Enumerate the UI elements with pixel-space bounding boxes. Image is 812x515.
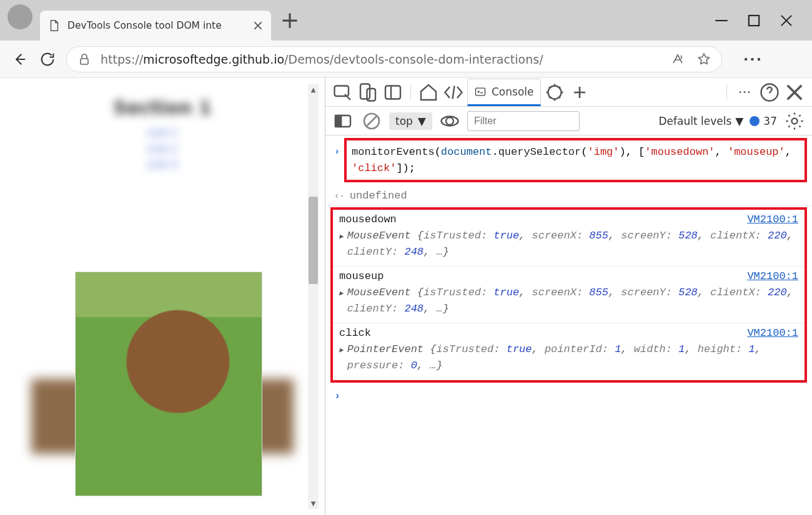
console-input-highlight: monitorEvents(document.querySelector('im… — [344, 138, 807, 182]
console-tab[interactable]: Console — [467, 79, 541, 106]
page-heading: Section 1 — [31, 97, 294, 119]
issues-counter[interactable]: 37 — [750, 115, 777, 127]
page-scrollbar[interactable]: ▲ ▼ — [308, 84, 319, 509]
browser-menu-button[interactable]: ··· — [740, 51, 766, 67]
svg-rect-10 — [335, 115, 341, 127]
address-bar[interactable]: https://microsoftedge.github.io/Demos/de… — [66, 46, 722, 72]
event-name: mouseup — [339, 270, 384, 282]
help-icon[interactable] — [758, 81, 781, 104]
filter-input[interactable] — [467, 111, 580, 131]
console-event-row: mousedown VM2100:1 ▶ MouseEvent {isTrust… — [333, 210, 805, 267]
svg-rect-3 — [360, 84, 370, 99]
console-toolbar: top ▼ Default levels ▼ 37 — [325, 107, 812, 135]
window-controls — [713, 12, 812, 29]
svg-rect-0 — [749, 15, 759, 25]
close-window-button[interactable] — [778, 12, 795, 29]
page-links: Link 1 Link 2 Link 3 — [31, 125, 294, 173]
return-value: undefined — [350, 190, 407, 202]
console-event-row: mouseup VM2100:1 ▶ MouseEvent {isTrusted… — [333, 267, 805, 323]
close-tab-button[interactable] — [252, 20, 264, 31]
device-toolbar-icon[interactable] — [357, 81, 379, 104]
profile-avatar[interactable] — [7, 4, 32, 29]
prompt-caret-icon: › — [334, 147, 340, 157]
svg-rect-2 — [335, 86, 349, 96]
devtools-tabbar: Console ··· — [325, 78, 812, 107]
issues-tab-icon[interactable] — [543, 81, 566, 104]
context-selector[interactable]: top ▼ — [389, 112, 432, 130]
expand-triangle-icon[interactable]: ▶ — [339, 288, 344, 299]
svg-point-12 — [446, 117, 453, 125]
lock-icon — [77, 52, 92, 67]
chevron-down-icon: ▼ — [735, 115, 743, 127]
console-input-code: monitorEvents(document.querySelector('im… — [352, 146, 791, 174]
welcome-tab-icon[interactable] — [417, 81, 440, 104]
url-text: https://microsoftedge.github.io/Demos/de… — [101, 52, 661, 66]
event-name: click — [339, 327, 371, 339]
devtools-menu-button[interactable]: ··· — [733, 81, 756, 104]
console-output: › monitorEvents(document.querySelector('… — [325, 135, 812, 515]
issue-dot-icon — [750, 116, 760, 126]
svg-point-13 — [792, 118, 798, 124]
console-tab-label: Console — [492, 86, 534, 98]
event-name: mousedown — [339, 213, 397, 225]
context-label: top — [395, 115, 413, 127]
console-return-row: ‹· undefined — [325, 186, 812, 206]
event-preview[interactable]: PointerEvent {isTrusted: true, pointerId… — [347, 341, 798, 373]
browser-tab[interactable]: DevTools Console tool DOM inte — [40, 11, 271, 41]
console-events-highlight: mousedown VM2100:1 ▶ MouseEvent {isTrust… — [330, 207, 807, 383]
new-tab-button[interactable] — [277, 8, 302, 33]
expand-triangle-icon[interactable]: ▶ — [339, 345, 344, 356]
back-button[interactable] — [11, 51, 29, 68]
scroll-thumb[interactable] — [309, 197, 318, 284]
event-preview[interactable]: MouseEvent {isTrusted: true, screenX: 85… — [347, 285, 798, 316]
event-source-link[interactable]: VM2100:1 — [747, 213, 798, 225]
svg-rect-1 — [81, 59, 88, 64]
page-viewport: Section 1 Link 1 Link 2 Link 3 ▲ ▼ — [0, 78, 325, 515]
console-prompt[interactable]: › — [325, 384, 812, 408]
page-image[interactable] — [75, 272, 262, 496]
refresh-button[interactable] — [39, 51, 56, 68]
close-devtools-button[interactable] — [783, 81, 806, 104]
elements-tab-icon[interactable] — [442, 81, 465, 104]
toggle-sidebar-icon[interactable] — [332, 110, 354, 132]
scroll-down-icon[interactable]: ▼ — [309, 499, 317, 508]
svg-rect-5 — [385, 86, 400, 99]
dock-side-icon[interactable] — [382, 81, 404, 104]
issues-count: 37 — [763, 115, 777, 127]
browser-tab-strip: DevTools Console tool DOM inte — [0, 0, 812, 41]
browser-toolbar: https://microsoftedge.github.io/Demos/de… — [0, 41, 812, 78]
more-tabs-button[interactable] — [568, 81, 591, 104]
event-source-link[interactable]: VM2100:1 — [747, 327, 798, 339]
live-expression-icon[interactable] — [438, 110, 461, 132]
log-levels-label: Default levels — [658, 115, 731, 127]
scroll-up-icon[interactable]: ▲ — [309, 86, 317, 94]
return-arrow-icon: ‹· — [334, 191, 345, 201]
event-source-link[interactable]: VM2100:1 — [747, 270, 798, 282]
devtools-panel: Console ··· top ▼ Default levels ▼ — [325, 78, 812, 515]
tab-title: DevTools Console tool DOM inte — [67, 20, 246, 31]
minimize-button[interactable] — [713, 12, 730, 29]
console-event-row: click VM2100:1 ▶ PointerEvent {isTrusted… — [333, 323, 805, 380]
maximize-button[interactable] — [746, 12, 762, 29]
document-icon — [47, 19, 61, 32]
chevron-down-icon: ▼ — [418, 115, 426, 127]
favorite-icon[interactable] — [696, 52, 711, 67]
inspect-element-icon[interactable] — [332, 81, 354, 104]
read-aloud-icon[interactable] — [670, 52, 685, 67]
console-settings-icon[interactable] — [783, 110, 806, 132]
svg-rect-6 — [476, 88, 485, 96]
clear-console-icon[interactable] — [360, 110, 383, 132]
event-preview[interactable]: MouseEvent {isTrusted: true, screenX: 85… — [347, 228, 798, 260]
expand-triangle-icon[interactable]: ▶ — [339, 232, 344, 242]
log-levels-selector[interactable]: Default levels ▼ — [658, 115, 743, 127]
